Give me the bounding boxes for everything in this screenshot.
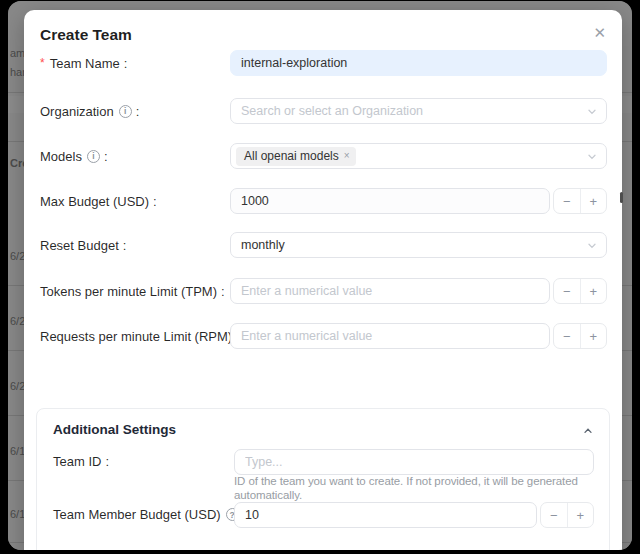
collapse-button[interactable] [581, 422, 595, 441]
form-row-tpm: Tokens per minute Limit (TPM) : − + [24, 278, 622, 304]
tag-remove-icon[interactable]: × [344, 151, 350, 161]
tpm-label: Tokens per minute Limit (TPM) : [40, 278, 225, 304]
organization-label: Organization i : [40, 98, 139, 124]
decrement-button[interactable]: − [541, 503, 567, 527]
team-name-label: * Team Name : [40, 50, 127, 76]
reset-budget-value: monthly [241, 238, 285, 252]
form-row-team-name: * Team Name : [24, 50, 622, 76]
increment-button[interactable]: + [580, 279, 607, 303]
form-row-team-id: Team ID : [37, 449, 609, 474]
form-row-max-budget: Max Budget (USD) : − + [24, 188, 622, 214]
decrement-button[interactable]: − [554, 324, 580, 348]
info-icon[interactable]: i [87, 150, 100, 163]
close-icon: ✕ [593, 24, 606, 41]
team-id-help-text: ID of the team you want to create. If no… [234, 475, 594, 502]
form-row-team-member-budget: Team Member Budget (USD) ? : − + [37, 502, 609, 527]
chevron-up-icon [583, 426, 593, 436]
team-member-budget-label: Team Member Budget (USD) ? : [53, 502, 246, 527]
decrement-button[interactable]: − [554, 279, 580, 303]
additional-settings-panel: Additional Settings Team ID : [36, 408, 610, 550]
chevron-down-icon [587, 152, 597, 162]
rpm-input[interactable] [230, 323, 550, 349]
chevron-down-icon [587, 107, 597, 117]
max-budget-input[interactable] [230, 188, 550, 214]
chevron-down-icon [587, 241, 597, 251]
models-multiselect[interactable]: All openai models × [230, 143, 607, 169]
decrement-button[interactable]: − [554, 189, 580, 213]
organization-search-input[interactable] [241, 104, 582, 118]
form-row-models: Models i : All openai models × [24, 143, 622, 169]
form-row-reset-budget: Reset Budget : monthly [24, 232, 622, 258]
reset-budget-select[interactable]: monthly [230, 232, 607, 258]
increment-button[interactable]: + [580, 324, 607, 348]
model-tag: All openai models × [236, 147, 356, 166]
close-button[interactable]: ✕ [591, 23, 608, 42]
models-label: Models i : [40, 143, 108, 169]
required-asterisk: * [40, 56, 45, 70]
form-row-rpm: Requests per minute Limit (RPM) : − + [24, 323, 622, 349]
increment-button[interactable]: + [580, 189, 607, 213]
scrollbar-thumb[interactable] [620, 192, 623, 203]
create-team-modal: Create Team ✕ * Team Name : Organization [24, 10, 622, 550]
organization-select[interactable] [230, 98, 607, 124]
tpm-input[interactable] [230, 278, 550, 304]
modal-title: Create Team [40, 26, 132, 44]
info-icon[interactable]: i [119, 105, 132, 118]
form-row-organization: Organization i : [24, 98, 622, 124]
app-window: am har Cre 6/2 6/2 6/2 6/1 6/1 Create Te… [8, 1, 632, 550]
screenshot-root: am har Cre 6/2 6/2 6/2 6/1 6/1 Create Te… [0, 0, 640, 554]
team-id-input[interactable] [234, 449, 594, 475]
team-member-budget-input[interactable] [234, 502, 537, 528]
team-name-input[interactable] [230, 50, 607, 76]
max-budget-label: Max Budget (USD) : [40, 188, 157, 214]
additional-settings-heading: Additional Settings [53, 422, 176, 437]
team-id-label: Team ID : [53, 449, 109, 474]
reset-budget-label: Reset Budget : [40, 232, 126, 258]
rpm-label: Requests per minute Limit (RPM) : [40, 323, 240, 349]
increment-button[interactable]: + [567, 503, 594, 527]
